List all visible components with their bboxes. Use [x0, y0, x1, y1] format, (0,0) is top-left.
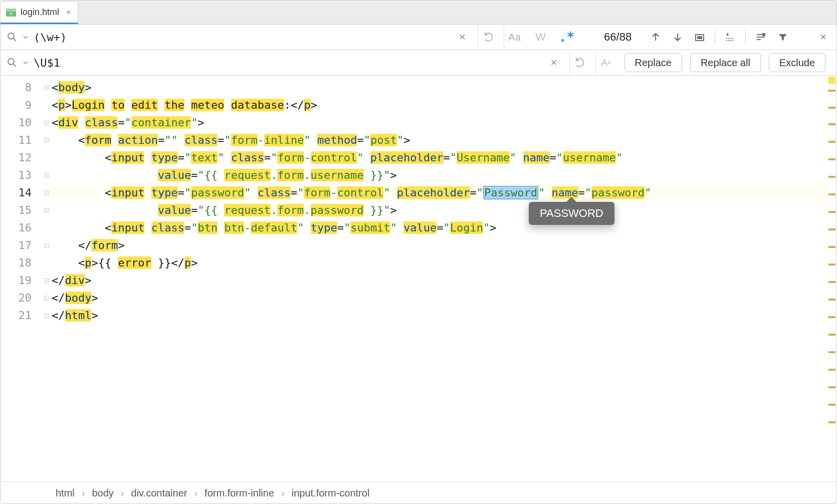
close-tab-icon[interactable]: ×	[63, 8, 71, 17]
match-marker[interactable]	[828, 193, 835, 195]
fold-marker[interactable]	[42, 96, 52, 114]
search-icon[interactable]	[7, 32, 18, 43]
dropdown-icon[interactable]	[23, 57, 29, 68]
line-number[interactable]: 17	[1, 236, 42, 254]
exclude-button[interactable]: Exclude	[769, 53, 825, 72]
line-number[interactable]: 11	[1, 131, 42, 149]
tab-filename: login.html	[21, 7, 59, 18]
match-marker[interactable]	[828, 107, 835, 109]
breadcrumb-item[interactable]: html	[56, 487, 75, 499]
code-line[interactable]: </div>	[52, 272, 827, 289]
fold-marker[interactable]	[42, 272, 52, 289]
match-marker[interactable]	[828, 316, 835, 318]
prev-match-icon[interactable]	[646, 27, 666, 47]
filter-icon[interactable]	[773, 27, 793, 47]
match-marker[interactable]	[828, 351, 835, 353]
search-icon[interactable]	[7, 57, 18, 68]
match-marker[interactable]	[828, 176, 835, 178]
match-marker[interactable]	[828, 211, 835, 213]
line-number[interactable]: 12	[1, 149, 42, 166]
clear-find-icon[interactable]: ×	[452, 25, 473, 50]
whole-word-icon[interactable]: W	[530, 25, 551, 50]
multiline-icon[interactable]	[720, 27, 740, 47]
replace-all-button[interactable]: Replace all	[690, 53, 761, 72]
find-input[interactable]	[34, 31, 447, 44]
match-case-icon[interactable]: Aa	[504, 25, 525, 50]
match-marker[interactable]	[828, 334, 835, 336]
fold-marker[interactable]	[42, 201, 52, 219]
code-area[interactable]: <body><p>Login to edit the meteo databas…	[52, 76, 827, 481]
code-line[interactable]: <p>Login to edit the meteo database:</p>	[52, 96, 827, 114]
match-marker[interactable]	[828, 421, 835, 423]
clear-replace-icon[interactable]: ×	[543, 50, 564, 75]
code-line[interactable]: <input type="password" class="form-contr…	[52, 184, 827, 201]
history-icon[interactable]	[569, 50, 590, 75]
fold-marker[interactable]	[42, 166, 52, 184]
code-line[interactable]: </form>	[52, 236, 827, 254]
code-line[interactable]: </html>	[52, 307, 827, 324]
fold-marker[interactable]	[42, 131, 52, 149]
code-line[interactable]: value="{{ request.form.password }}">	[52, 201, 827, 219]
line-number[interactable]: 14	[1, 184, 42, 201]
line-number[interactable]: 18	[1, 254, 42, 272]
match-marker[interactable]	[828, 246, 835, 248]
marker-strip[interactable]	[827, 76, 836, 481]
line-number[interactable]: 8	[1, 79, 42, 96]
dropdown-icon[interactable]	[23, 32, 29, 43]
preserve-case-icon[interactable]: AA	[595, 50, 616, 75]
code-line[interactable]: value="{{ request.form.username }}">	[52, 166, 827, 184]
code-line[interactable]: <input class="btn btn-default" type="sub…	[52, 219, 827, 236]
match-marker[interactable]	[828, 158, 835, 160]
match-marker[interactable]	[828, 299, 835, 301]
tab-login-html[interactable]: H login.html ×	[1, 2, 78, 24]
match-marker[interactable]	[828, 386, 835, 388]
match-marker[interactable]	[828, 369, 835, 371]
replace-button[interactable]: Replace	[624, 53, 682, 72]
breadcrumb-item[interactable]: div.container	[131, 487, 187, 499]
fold-marker[interactable]	[42, 236, 52, 254]
line-number[interactable]: 21	[1, 307, 42, 324]
breadcrumb-item[interactable]: form.form-inline	[204, 487, 274, 499]
line-number[interactable]: 19	[1, 272, 42, 289]
line-number[interactable]: 13	[1, 166, 42, 184]
next-match-icon[interactable]	[668, 27, 688, 47]
match-marker[interactable]	[828, 123, 835, 125]
match-marker[interactable]	[828, 281, 835, 283]
breadcrumb-item[interactable]: body	[92, 487, 113, 499]
line-number[interactable]: 20	[1, 289, 42, 307]
svg-line-12	[14, 64, 16, 67]
match-marker[interactable]	[828, 404, 835, 406]
breadcrumb-item[interactable]: input.form-control	[292, 487, 370, 499]
code-line[interactable]: <body>	[52, 79, 827, 96]
select-all-icon[interactable]	[690, 27, 710, 47]
line-number[interactable]: 16	[1, 219, 42, 236]
match-marker[interactable]	[828, 141, 835, 143]
fold-marker[interactable]	[42, 149, 52, 166]
fold-marker[interactable]	[42, 79, 52, 96]
regex-icon[interactable]: .*	[556, 25, 577, 50]
match-marker[interactable]	[828, 264, 835, 266]
replace-input[interactable]	[34, 57, 538, 69]
code-line[interactable]: <p>{{ error }}</p>	[52, 254, 827, 272]
html-file-icon: H	[6, 7, 17, 18]
match-marker[interactable]	[828, 90, 835, 92]
fold-marker[interactable]	[42, 307, 52, 324]
fold-marker[interactable]	[42, 254, 52, 272]
code-line[interactable]: <input type="text" class="form-control" …	[52, 149, 827, 166]
match-marker[interactable]	[828, 228, 835, 230]
fold-marker[interactable]	[42, 289, 52, 307]
line-number[interactable]: 15	[1, 201, 42, 219]
line-number[interactable]: 10	[1, 114, 42, 131]
fold-marker[interactable]	[42, 219, 52, 236]
code-line[interactable]: </body>	[52, 289, 827, 307]
code-line[interactable]: <div class="container">	[52, 114, 827, 131]
fold-marker[interactable]	[42, 184, 52, 201]
line-gutter: 89101112131415161718192021	[1, 76, 42, 481]
line-number[interactable]: 9	[1, 96, 42, 114]
close-find-icon[interactable]: ×	[815, 31, 831, 44]
fold-column	[42, 76, 52, 481]
fold-marker[interactable]	[42, 114, 52, 131]
history-icon[interactable]	[478, 25, 499, 50]
code-line[interactable]: <form action="" class="form-inline" meth…	[52, 131, 827, 149]
find-in-selection-icon[interactable]	[751, 27, 771, 47]
